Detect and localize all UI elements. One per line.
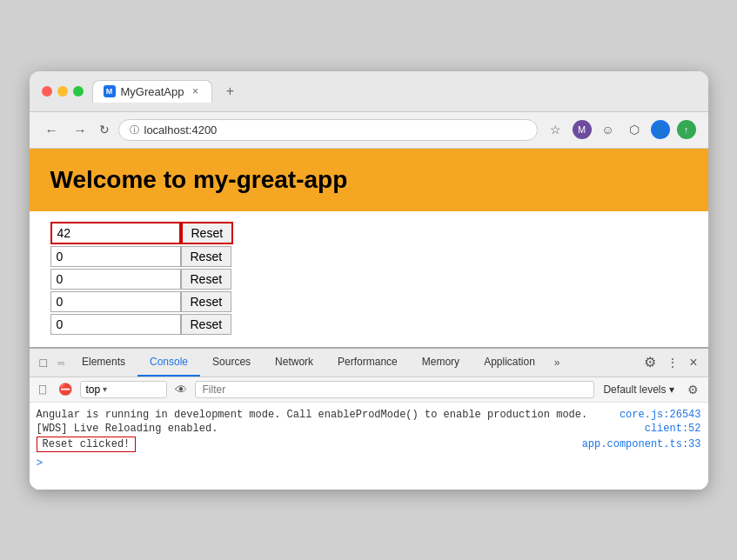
maximize-button[interactable] bbox=[73, 86, 84, 97]
console-filter-input[interactable] bbox=[195, 381, 595, 398]
more-tabs-button[interactable]: » bbox=[547, 350, 567, 376]
console-toolbar: ⎕ ⛔ top ▾ 👁 Default levels ▾ ⚙ bbox=[30, 377, 708, 403]
devtools-close-button[interactable]: × bbox=[684, 350, 702, 376]
tab-sources[interactable]: Sources bbox=[200, 349, 263, 377]
console-line-2: [WDS] Live Reloading enabled. client:52 bbox=[37, 422, 701, 436]
devtools-inspect-icon[interactable]: □ bbox=[35, 349, 52, 377]
tab-application[interactable]: Application bbox=[472, 349, 547, 377]
console-context-label: top bbox=[86, 383, 101, 396]
console-block-button[interactable]: ⛔ bbox=[54, 380, 77, 398]
bookmark-icon[interactable]: ☆ bbox=[546, 120, 566, 139]
counter-input-5[interactable] bbox=[50, 314, 181, 335]
counter-input-2[interactable] bbox=[50, 246, 181, 267]
active-tab[interactable]: M MyGreatApp × bbox=[92, 80, 213, 103]
counter-row-3: Reset bbox=[50, 269, 687, 290]
puzzle-icon[interactable]: ⬡ bbox=[625, 120, 644, 139]
counter-row-5: Reset bbox=[50, 314, 687, 335]
new-tab-button[interactable]: + bbox=[219, 81, 240, 102]
console-context-dropdown[interactable]: top ▾ bbox=[80, 381, 167, 398]
default-levels-arrow: ▾ bbox=[669, 383, 674, 396]
counter-row-2: Reset bbox=[50, 246, 687, 267]
reset-button-5[interactable]: Reset bbox=[181, 314, 232, 335]
default-levels-label: Default levels bbox=[603, 383, 666, 396]
tab-close-button[interactable]: × bbox=[189, 85, 201, 97]
reset-button-1[interactable]: Reset bbox=[181, 222, 234, 244]
lock-icon: ⓘ bbox=[130, 123, 139, 137]
counter-input-3[interactable] bbox=[50, 269, 181, 290]
devtools-tab-bar: □ ⎓ Elements Console Sources Network Per… bbox=[30, 349, 708, 377]
console-source-1[interactable]: core.js:26543 bbox=[620, 409, 701, 421]
minimize-button[interactable] bbox=[57, 86, 68, 97]
counter-input-1[interactable] bbox=[50, 222, 181, 244]
tab-memory[interactable]: Memory bbox=[410, 349, 472, 377]
reset-button-3[interactable]: Reset bbox=[181, 269, 232, 290]
hero-banner: Welcome to my-great-app bbox=[30, 149, 708, 211]
title-bar: M MyGreatApp × + bbox=[30, 71, 708, 112]
emoji-icon[interactable]: ☺ bbox=[599, 120, 618, 139]
tab-label: MyGreatApp bbox=[121, 85, 184, 98]
console-clear-button[interactable]: ⎕ bbox=[35, 380, 50, 398]
url-bar[interactable]: ⓘ localhost:4200 bbox=[118, 119, 538, 141]
default-levels-button[interactable]: Default levels ▾ bbox=[598, 382, 679, 397]
tab-favicon: M bbox=[104, 85, 116, 97]
counter-row-1: Reset bbox=[50, 222, 687, 244]
tab-performance[interactable]: Performance bbox=[325, 349, 410, 377]
reset-button-2[interactable]: Reset bbox=[181, 246, 232, 267]
counter-input-4[interactable] bbox=[50, 291, 181, 312]
devtools-settings-button[interactable]: ⚙ bbox=[639, 349, 661, 376]
back-button[interactable]: ← bbox=[42, 121, 62, 139]
console-output: Angular is running in development mode. … bbox=[30, 403, 708, 490]
dropdown-arrow-icon: ▾ bbox=[103, 384, 107, 394]
devtools-more-button[interactable]: ⋮ bbox=[661, 350, 684, 375]
tab-elements[interactable]: Elements bbox=[70, 349, 137, 377]
reset-button-4[interactable]: Reset bbox=[181, 291, 232, 312]
counter-section: Reset Reset Reset Reset Reset bbox=[30, 211, 708, 347]
console-source-3[interactable]: app.component.ts:33 bbox=[582, 438, 701, 450]
console-text-1: Angular is running in development mode. … bbox=[37, 409, 588, 421]
toolbar-icons: ☆ M ☺ ⬡ 👤 ↑ bbox=[546, 120, 696, 139]
devtools-device-icon[interactable]: ⎓ bbox=[52, 349, 70, 377]
counter-row-4: Reset bbox=[50, 291, 687, 312]
console-eye-button[interactable]: 👁 bbox=[171, 380, 191, 399]
update-icon[interactable]: ↑ bbox=[677, 120, 696, 139]
tab-console[interactable]: Console bbox=[137, 349, 200, 377]
refresh-button[interactable]: ↻ bbox=[99, 123, 110, 137]
account-icon[interactable]: 👤 bbox=[651, 120, 670, 139]
url-text: localhost:4200 bbox=[144, 123, 218, 137]
browser-window: M MyGreatApp × + ← → ↻ ⓘ localhost:4200 … bbox=[30, 71, 708, 490]
tab-network[interactable]: Network bbox=[263, 349, 325, 377]
close-button[interactable] bbox=[42, 86, 52, 97]
devtools-panel: □ ⎓ Elements Console Sources Network Per… bbox=[30, 347, 708, 490]
tab-bar: M MyGreatApp × + bbox=[92, 80, 696, 103]
forward-button[interactable]: → bbox=[70, 121, 90, 139]
console-source-2[interactable]: client:52 bbox=[645, 423, 701, 435]
console-prompt[interactable]: > bbox=[37, 457, 701, 470]
page-content: Welcome to my-great-app Reset Reset Rese… bbox=[30, 149, 708, 347]
console-reset-message: Reset clicked! bbox=[37, 437, 137, 452]
console-text-2: [WDS] Live Reloading enabled. bbox=[37, 423, 218, 435]
window-controls bbox=[42, 86, 84, 97]
console-line-1: Angular is running in development mode. … bbox=[37, 408, 701, 422]
profile-icon[interactable]: M bbox=[573, 120, 592, 139]
console-settings-button[interactable]: ⚙ bbox=[683, 380, 703, 399]
console-line-3: Reset clicked! app.component.ts:33 bbox=[37, 436, 701, 453]
hero-title: Welcome to my-great-app bbox=[50, 166, 687, 194]
address-bar: ← → ↻ ⓘ localhost:4200 ☆ M ☺ ⬡ 👤 ↑ bbox=[30, 112, 708, 149]
